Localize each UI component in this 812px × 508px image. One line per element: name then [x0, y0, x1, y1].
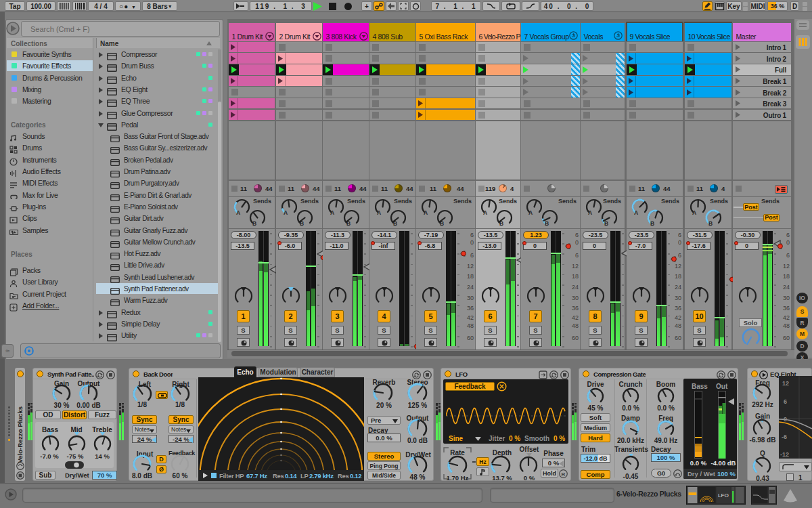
svg-text:R: R	[562, 471, 566, 478]
svg-text:0: 0	[784, 416, 787, 423]
svg-text:-12: -12	[780, 451, 789, 458]
svg-text:LFO: LFO	[718, 493, 729, 499]
svg-text:6: 6	[784, 398, 787, 405]
svg-text:-6: -6	[782, 433, 787, 440]
svg-text:12: 12	[782, 380, 789, 387]
